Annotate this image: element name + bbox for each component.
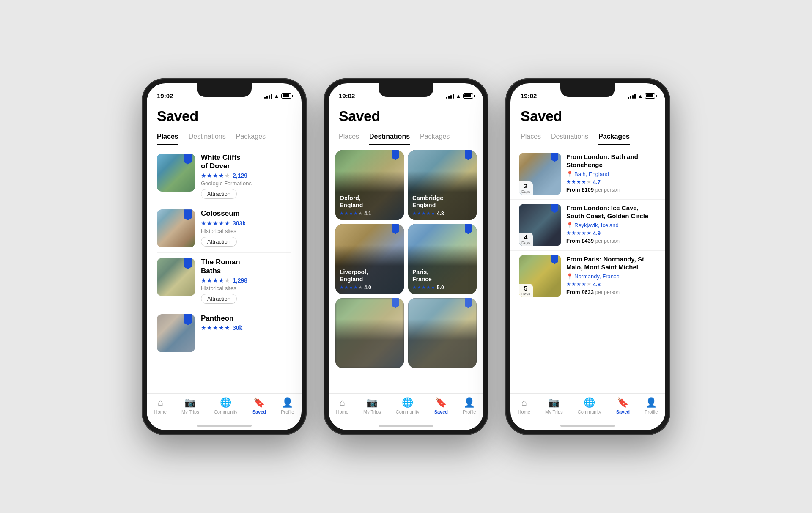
star-empty-icon: ★ [587,179,591,185]
star-icon: ★ [201,220,206,227]
app-content-places: Saved Places Destinations Packages Wh [147,104,302,430]
nav-profile[interactable]: 👤 Profile [281,397,294,414]
dest-info: Cambridge,England ★ ★ ★ ★ ★ [412,195,472,217]
status-icons: ▲ [628,93,655,99]
tab-packages[interactable]: Packages [598,129,630,145]
bookmark-icon-active: 🔖 [253,397,265,408]
nav-community[interactable]: 🌐 Community [214,397,238,414]
dest-row: Oxford,England ★ ★ ★ ★ ★ 4. [335,150,477,220]
list-item[interactable]: 2 Days From London: Bath and Stonehenge … [510,148,665,200]
pkg-bookmark-icon [551,204,558,213]
nav-saved[interactable]: 🔖 Saved [252,397,266,414]
nav-community-label: Community [396,409,420,414]
nav-home[interactable]: ⌂ Home [154,397,167,414]
attraction-badge[interactable]: Attraction [201,237,237,247]
star-icon: ★ [576,281,581,287]
tab-destinations[interactable]: Destinations [551,129,588,145]
star-icon: ★ [213,220,218,227]
pkg-days-label: Days [521,241,530,245]
tab-destinations[interactable]: Destinations [369,129,410,145]
dest-card-partial2[interactable] [408,298,477,368]
dest-rating: ★ ★ ★ ★ ★ 4.1 [340,211,400,217]
dest-info: Oxford,England ★ ★ ★ ★ ★ 4. [340,195,400,217]
home-indicator [197,425,252,427]
review-count: 30k [233,324,242,331]
signal-bars-icon [264,93,272,99]
dest-card-cambridge[interactable]: Cambridge,England ★ ★ ★ ★ ★ [408,150,477,220]
nav-saved[interactable]: 🔖 Saved [616,397,630,414]
list-item[interactable]: Colosseum ★ ★ ★ ★ ★ 303k [147,204,302,252]
dest-stars: ★ ★ ★ ★ ★ [340,285,362,290]
nav-profile-label: Profile [645,409,658,414]
tab-places[interactable]: Places [521,129,541,145]
list-item[interactable]: White Cliffsof Dover ★ ★ ★ ★ ★ 2,129 [147,148,302,204]
star-icon: ★ [219,324,224,331]
stars: ★ ★ ★ ★ ★ [201,324,230,331]
place-category: Geologic Formations [201,180,291,187]
pkg-rating-row: ★ ★ ★ ★ ★ 4.8 [566,281,657,288]
list-item[interactable]: 4 Days From London: Ice Cave, South Coas… [510,200,665,251]
nav-community-label: Community [214,409,238,414]
tab-places[interactable]: Places [157,129,178,145]
nav-my-trips[interactable]: 📷 My Trips [363,397,381,414]
dest-name: Paris,France [412,269,472,283]
list-item[interactable]: The RomanBaths ★ ★ ★ ★ ★ 1,298 [147,253,302,309]
nav-home-label: Home [336,409,348,414]
rating-row: ★ ★ ★ ★ ★ 303k [201,220,291,227]
bookmark-badge-icon [184,258,192,269]
star-icon: ★ [207,220,212,227]
dest-card-partial1[interactable] [335,298,404,368]
dest-score: 4.0 [364,285,371,291]
star-icon: ★ [412,285,417,290]
star-icon: ★ [201,172,206,179]
user-icon: 👤 [645,397,657,408]
nav-my-trips[interactable]: 📷 My Trips [181,397,199,414]
place-name: Colosseum [201,209,291,218]
star-icon: ★ [426,285,431,290]
location-pin-icon: 📍 [566,171,573,177]
attraction-badge[interactable]: Attraction [201,189,237,199]
user-icon: 👤 [282,397,293,408]
star-icon: ★ [422,285,426,290]
star-icon: ★ [344,285,348,290]
nav-my-trips[interactable]: 📷 My Trips [545,397,563,414]
nav-saved[interactable]: 🔖 Saved [434,397,448,414]
dest-score: 4.8 [437,211,444,217]
star-icon: ★ [225,324,230,331]
dest-card-liverpool[interactable]: Liverpool,England ★ ★ ★ ★ ★ [335,224,404,294]
star-icon: ★ [582,281,586,287]
package-info: From London: Ice Cave, South Coast, Gold… [566,204,657,244]
dest-row: Liverpool,England ★ ★ ★ ★ ★ [335,224,477,294]
package-days-badge: 2 Days [519,181,533,195]
star-icon: ★ [354,285,358,290]
nav-home[interactable]: ⌂ Home [518,397,530,414]
nav-profile[interactable]: 👤 Profile [645,397,658,414]
nav-home[interactable]: ⌂ Home [336,397,348,414]
globe-icon: 🌐 [584,397,595,408]
location-pin-icon: 📍 [566,222,573,228]
place-category: Historical sites [201,228,291,234]
page-title: Saved [157,108,291,124]
nav-community[interactable]: 🌐 Community [396,397,420,414]
dest-card-oxford[interactable]: Oxford,England ★ ★ ★ ★ ★ 4. [335,150,404,220]
dest-bookmark-icon [392,224,399,234]
star-icon: ★ [340,211,344,216]
attraction-badge[interactable]: Attraction [201,294,237,304]
pkg-score: 4.9 [593,230,601,236]
tab-packages[interactable]: Packages [420,129,450,145]
nav-profile[interactable]: 👤 Profile [463,397,476,414]
stars: ★ ★ ★ ★ ★ [201,220,230,227]
dest-card-paris[interactable]: Paris,France ★ ★ ★ ★ ★ 5.0 [408,224,477,294]
star-empty-icon: ★ [358,211,362,216]
list-item[interactable]: 5 Days From Paris: Normandy, St Malo, Mo… [510,251,665,302]
app-content-packages: Saved Places Destinations Packages 2 [510,104,665,430]
list-item[interactable]: Pantheon ★ ★ ★ ★ ★ 30k [147,309,302,357]
nav-community[interactable]: 🌐 Community [578,397,601,414]
pkg-days-number: 4 [524,233,527,241]
tabs-destinations: Places Destinations Packages [329,124,483,145]
tab-destinations[interactable]: Destinations [189,129,226,145]
tab-places[interactable]: Places [339,129,359,145]
phone-wrapper: 19:02 ▲ Saved Places Destinat [142,78,670,435]
pkg-price-value: From £439 [566,238,594,244]
tab-packages[interactable]: Packages [236,129,266,145]
